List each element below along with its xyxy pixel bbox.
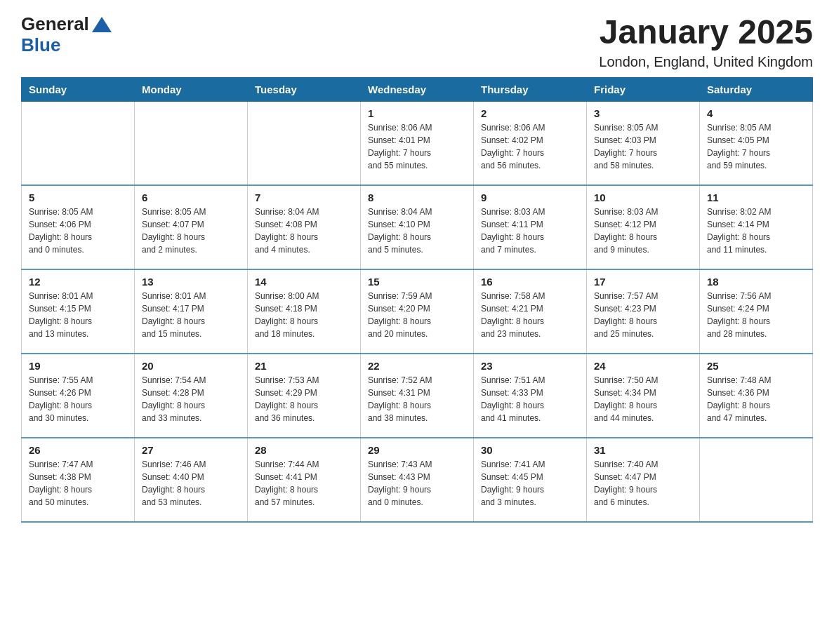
calendar-week-row: 1Sunrise: 8:06 AM Sunset: 4:01 PM Daylig… xyxy=(22,101,813,185)
day-number: 21 xyxy=(255,360,353,372)
day-info: Sunrise: 8:03 AM Sunset: 4:11 PM Dayligh… xyxy=(481,206,579,256)
day-number: 13 xyxy=(142,276,240,288)
day-info: Sunrise: 8:05 AM Sunset: 4:03 PM Dayligh… xyxy=(594,121,692,172)
day-info: Sunrise: 7:59 AM Sunset: 4:20 PM Dayligh… xyxy=(368,290,466,340)
day-number: 14 xyxy=(255,276,353,288)
day-info: Sunrise: 7:50 AM Sunset: 4:34 PM Dayligh… xyxy=(594,374,692,424)
day-info: Sunrise: 7:58 AM Sunset: 4:21 PM Dayligh… xyxy=(481,290,579,340)
day-info: Sunrise: 8:06 AM Sunset: 4:01 PM Dayligh… xyxy=(368,121,466,172)
day-info: Sunrise: 7:54 AM Sunset: 4:28 PM Dayligh… xyxy=(142,374,240,424)
day-info: Sunrise: 7:47 AM Sunset: 4:38 PM Dayligh… xyxy=(29,458,127,509)
day-info: Sunrise: 8:05 AM Sunset: 4:06 PM Dayligh… xyxy=(29,206,127,256)
calendar-cell xyxy=(700,438,813,522)
day-header-saturday: Saturday xyxy=(700,77,813,101)
day-header-monday: Monday xyxy=(135,77,248,101)
day-number: 8 xyxy=(368,192,466,203)
day-number: 23 xyxy=(481,360,579,372)
calendar-cell: 2Sunrise: 8:06 AM Sunset: 4:02 PM Daylig… xyxy=(474,101,587,185)
calendar-cell: 6Sunrise: 8:05 AM Sunset: 4:07 PM Daylig… xyxy=(135,185,248,269)
logo-triangle-icon xyxy=(92,17,112,32)
logo-blue-text: Blue xyxy=(21,34,60,55)
day-info: Sunrise: 7:40 AM Sunset: 4:47 PM Dayligh… xyxy=(594,458,692,509)
day-info: Sunrise: 7:41 AM Sunset: 4:45 PM Dayligh… xyxy=(481,458,579,509)
day-number: 10 xyxy=(594,192,692,203)
day-info: Sunrise: 7:48 AM Sunset: 4:36 PM Dayligh… xyxy=(707,374,805,424)
day-info: Sunrise: 8:05 AM Sunset: 4:07 PM Dayligh… xyxy=(142,206,240,256)
calendar-cell: 10Sunrise: 8:03 AM Sunset: 4:12 PM Dayli… xyxy=(587,185,700,269)
calendar-cell: 9Sunrise: 8:03 AM Sunset: 4:11 PM Daylig… xyxy=(474,185,587,269)
day-number: 2 xyxy=(481,107,579,119)
day-info: Sunrise: 8:02 AM Sunset: 4:14 PM Dayligh… xyxy=(707,206,805,256)
day-header-sunday: Sunday xyxy=(22,77,135,101)
day-number: 9 xyxy=(481,192,579,203)
calendar-cell: 22Sunrise: 7:52 AM Sunset: 4:31 PM Dayli… xyxy=(361,354,474,438)
day-header-thursday: Thursday xyxy=(474,77,587,101)
day-info: Sunrise: 8:04 AM Sunset: 4:10 PM Dayligh… xyxy=(368,206,466,256)
day-number: 15 xyxy=(368,276,466,288)
day-info: Sunrise: 8:04 AM Sunset: 4:08 PM Dayligh… xyxy=(255,206,353,256)
day-number: 30 xyxy=(481,444,579,456)
calendar-cell: 19Sunrise: 7:55 AM Sunset: 4:26 PM Dayli… xyxy=(22,354,135,438)
day-info: Sunrise: 7:57 AM Sunset: 4:23 PM Dayligh… xyxy=(594,290,692,340)
calendar-cell: 18Sunrise: 7:56 AM Sunset: 4:24 PM Dayli… xyxy=(700,269,813,354)
calendar-cell xyxy=(135,101,248,185)
day-number: 11 xyxy=(707,192,805,203)
calendar-cell: 26Sunrise: 7:47 AM Sunset: 4:38 PM Dayli… xyxy=(22,438,135,522)
calendar-cell: 24Sunrise: 7:50 AM Sunset: 4:34 PM Dayli… xyxy=(587,354,700,438)
calendar-cell: 11Sunrise: 8:02 AM Sunset: 4:14 PM Dayli… xyxy=(700,185,813,269)
calendar-cell: 21Sunrise: 7:53 AM Sunset: 4:29 PM Dayli… xyxy=(248,354,361,438)
calendar-cell: 15Sunrise: 7:59 AM Sunset: 4:20 PM Dayli… xyxy=(361,269,474,354)
day-info: Sunrise: 7:51 AM Sunset: 4:33 PM Dayligh… xyxy=(481,374,579,424)
day-info: Sunrise: 8:03 AM Sunset: 4:12 PM Dayligh… xyxy=(594,206,692,256)
calendar-cell: 25Sunrise: 7:48 AM Sunset: 4:36 PM Dayli… xyxy=(700,354,813,438)
day-number: 26 xyxy=(29,444,127,456)
logo-general-text: General xyxy=(21,13,89,34)
calendar-cell: 29Sunrise: 7:43 AM Sunset: 4:43 PM Dayli… xyxy=(361,438,474,522)
day-number: 18 xyxy=(707,276,805,288)
day-info: Sunrise: 7:56 AM Sunset: 4:24 PM Dayligh… xyxy=(707,290,805,340)
day-info: Sunrise: 8:01 AM Sunset: 4:15 PM Dayligh… xyxy=(29,290,127,340)
day-info: Sunrise: 7:53 AM Sunset: 4:29 PM Dayligh… xyxy=(255,374,353,424)
day-number: 31 xyxy=(594,444,692,456)
calendar-cell xyxy=(248,101,361,185)
calendar-title: January 2025 xyxy=(599,14,813,51)
day-info: Sunrise: 7:46 AM Sunset: 4:40 PM Dayligh… xyxy=(142,458,240,509)
calendar-cell: 28Sunrise: 7:44 AM Sunset: 4:41 PM Dayli… xyxy=(248,438,361,522)
day-number: 4 xyxy=(707,107,805,119)
day-number: 17 xyxy=(594,276,692,288)
day-number: 5 xyxy=(29,192,127,203)
day-header-wednesday: Wednesday xyxy=(361,77,474,101)
day-number: 28 xyxy=(255,444,353,456)
day-number: 29 xyxy=(368,444,466,456)
day-info: Sunrise: 8:06 AM Sunset: 4:02 PM Dayligh… xyxy=(481,121,579,172)
day-number: 25 xyxy=(707,360,805,372)
calendar-week-row: 26Sunrise: 7:47 AM Sunset: 4:38 PM Dayli… xyxy=(22,438,813,522)
day-number: 22 xyxy=(368,360,466,372)
day-number: 16 xyxy=(481,276,579,288)
calendar-cell: 31Sunrise: 7:40 AM Sunset: 4:47 PM Dayli… xyxy=(587,438,700,522)
day-info: Sunrise: 7:44 AM Sunset: 4:41 PM Dayligh… xyxy=(255,458,353,509)
page-header: General Blue January 2025 London, Englan… xyxy=(21,14,813,70)
calendar-cell: 23Sunrise: 7:51 AM Sunset: 4:33 PM Dayli… xyxy=(474,354,587,438)
day-number: 19 xyxy=(29,360,127,372)
calendar-cell: 8Sunrise: 8:04 AM Sunset: 4:10 PM Daylig… xyxy=(361,185,474,269)
calendar-cell: 20Sunrise: 7:54 AM Sunset: 4:28 PM Dayli… xyxy=(135,354,248,438)
calendar-table: SundayMondayTuesdayWednesdayThursdayFrid… xyxy=(21,77,813,523)
logo: General Blue xyxy=(21,14,112,55)
day-number: 12 xyxy=(29,276,127,288)
day-info: Sunrise: 7:55 AM Sunset: 4:26 PM Dayligh… xyxy=(29,374,127,424)
calendar-cell: 17Sunrise: 7:57 AM Sunset: 4:23 PM Dayli… xyxy=(587,269,700,354)
calendar-cell: 3Sunrise: 8:05 AM Sunset: 4:03 PM Daylig… xyxy=(587,101,700,185)
calendar-cell: 5Sunrise: 8:05 AM Sunset: 4:06 PM Daylig… xyxy=(22,185,135,269)
calendar-week-row: 12Sunrise: 8:01 AM Sunset: 4:15 PM Dayli… xyxy=(22,269,813,354)
calendar-cell: 27Sunrise: 7:46 AM Sunset: 4:40 PM Dayli… xyxy=(135,438,248,522)
day-info: Sunrise: 7:43 AM Sunset: 4:43 PM Dayligh… xyxy=(368,458,466,509)
calendar-cell: 16Sunrise: 7:58 AM Sunset: 4:21 PM Dayli… xyxy=(474,269,587,354)
day-info: Sunrise: 8:01 AM Sunset: 4:17 PM Dayligh… xyxy=(142,290,240,340)
calendar-cell: 30Sunrise: 7:41 AM Sunset: 4:45 PM Dayli… xyxy=(474,438,587,522)
day-number: 6 xyxy=(142,192,240,203)
day-number: 7 xyxy=(255,192,353,203)
day-info: Sunrise: 8:05 AM Sunset: 4:05 PM Dayligh… xyxy=(707,121,805,172)
day-number: 24 xyxy=(594,360,692,372)
day-number: 20 xyxy=(142,360,240,372)
